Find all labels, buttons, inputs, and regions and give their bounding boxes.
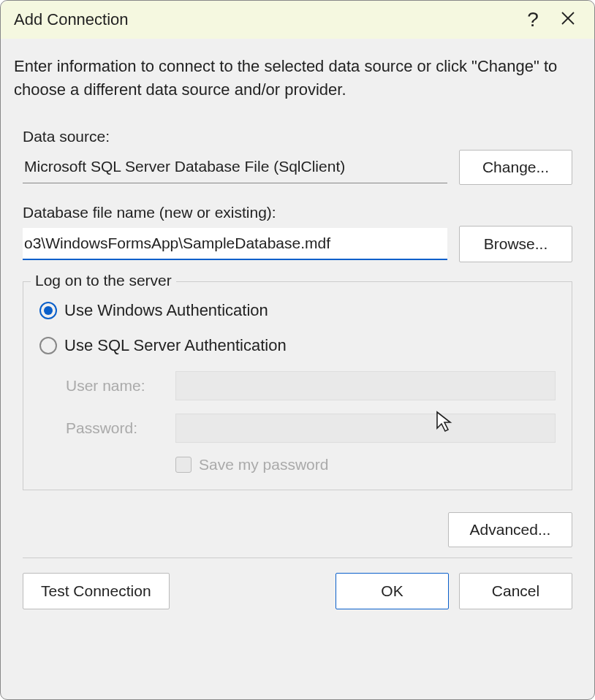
titlebar: Add Connection ?	[1, 1, 594, 39]
data-source-field	[23, 151, 447, 183]
password-label: Password:	[66, 419, 161, 437]
data-source-label: Data source:	[23, 128, 572, 145]
sql-auth-fields: User name: Password: Save my password	[39, 371, 556, 473]
button-bar: Test Connection OK Cancel	[23, 573, 572, 609]
separator	[23, 558, 572, 558]
cancel-button[interactable]: Cancel	[459, 573, 572, 609]
form-area: Data source: Change... Database file nam…	[14, 128, 581, 609]
sql-auth-radio[interactable]: Use SQL Server Authentication	[39, 336, 556, 355]
sql-auth-label: Use SQL Server Authentication	[64, 336, 287, 355]
db-file-input[interactable]	[23, 228, 447, 260]
logon-fieldset: Log on to the server Use Windows Authent…	[23, 281, 572, 490]
close-icon	[561, 11, 575, 29]
username-input	[175, 371, 556, 400]
radio-icon	[39, 302, 57, 319]
radio-icon	[39, 337, 57, 354]
browse-button[interactable]: Browse...	[459, 226, 572, 262]
ok-button[interactable]: OK	[336, 573, 449, 609]
db-file-label: Database file name (new or existing):	[23, 204, 572, 221]
change-button[interactable]: Change...	[459, 150, 572, 185]
save-password-checkbox	[175, 457, 192, 473]
windows-auth-radio[interactable]: Use Windows Authentication	[39, 301, 556, 320]
close-button[interactable]	[550, 4, 585, 36]
dialog-title: Add Connection	[14, 10, 515, 29]
test-connection-button[interactable]: Test Connection	[23, 573, 170, 609]
save-password-row: Save my password	[175, 456, 556, 473]
advanced-button[interactable]: Advanced...	[448, 512, 572, 547]
username-label: User name:	[66, 377, 161, 395]
add-connection-dialog: Add Connection ? Enter information to co…	[0, 0, 595, 700]
dialog-content: Enter information to connect to the sele…	[1, 39, 594, 699]
windows-auth-label: Use Windows Authentication	[64, 301, 268, 320]
password-input	[175, 414, 556, 443]
help-button[interactable]: ?	[515, 4, 550, 36]
logon-legend: Log on to the server	[31, 272, 176, 289]
save-password-label: Save my password	[199, 456, 328, 473]
help-icon: ?	[527, 8, 539, 31]
intro-text: Enter information to connect to the sele…	[14, 55, 581, 102]
